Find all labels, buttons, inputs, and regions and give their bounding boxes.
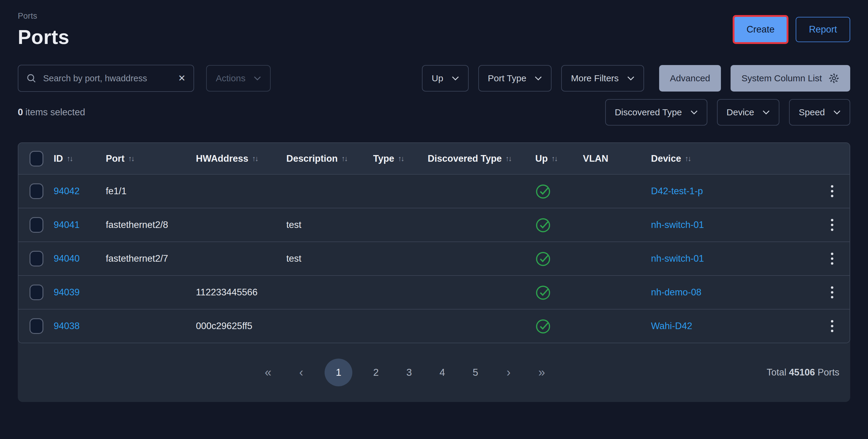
pagination: « ‹ 1 2 3 4 5 › »: [258, 359, 551, 386]
table-row: 94042 fe1/1 D42-test-1-p: [19, 174, 849, 208]
toolbar: ✕ Actions Up Port Type: [18, 65, 850, 92]
row-checkbox[interactable]: [30, 217, 43, 233]
advanced-button[interactable]: Advanced: [659, 65, 721, 92]
speed-filter-dropdown[interactable]: Speed: [789, 99, 850, 126]
next-page-button[interactable]: ›: [499, 359, 518, 386]
port-type-filter-dropdown[interactable]: Port Type: [478, 65, 552, 92]
column-header-id[interactable]: ID↑↓: [54, 153, 106, 164]
up-status-cell: [535, 217, 583, 233]
secondary-filters: Discovered Type Device Speed: [605, 99, 850, 126]
port-type-filter-label: Port Type: [488, 73, 527, 83]
clear-search-icon[interactable]: ✕: [178, 74, 186, 83]
device-filter-dropdown[interactable]: Device: [717, 99, 780, 126]
table-footer: « ‹ 1 2 3 4 5 › » Total 45106 Ports: [18, 343, 850, 401]
sort-icon[interactable]: ↑↓: [341, 154, 347, 163]
page-button-3[interactable]: 3: [399, 359, 418, 386]
create-button[interactable]: Create: [735, 17, 786, 42]
port-id-link[interactable]: 94040: [54, 253, 80, 264]
device-link[interactable]: D42-test-1-p: [651, 186, 703, 197]
up-check-icon: [535, 284, 552, 301]
page-button-1[interactable]: 1: [324, 359, 352, 386]
sort-icon[interactable]: ↑↓: [398, 154, 404, 163]
hwaddress-cell: 112233445566: [196, 287, 286, 298]
page-button-4[interactable]: 4: [433, 359, 452, 386]
page-title: Ports: [18, 26, 69, 48]
table-row: 94039 112233445566 nh-demo-08: [19, 275, 849, 309]
search-icon: [26, 73, 36, 83]
selection-status: 0items selected: [18, 107, 85, 118]
column-header-type[interactable]: Type↑↓: [373, 153, 428, 164]
port-id-link[interactable]: 94042: [54, 186, 80, 197]
row-checkbox[interactable]: [30, 284, 43, 300]
device-link[interactable]: nh-switch-01: [651, 253, 704, 264]
previous-page-button[interactable]: ‹: [291, 359, 311, 386]
last-page-button[interactable]: »: [532, 359, 551, 386]
first-page-button[interactable]: «: [258, 359, 278, 386]
row-checkbox[interactable]: [30, 183, 43, 199]
port-id-link[interactable]: 94041: [54, 220, 80, 230]
column-header-discovered-type[interactable]: Discovered Type↑↓: [428, 153, 535, 164]
sort-icon[interactable]: ↑↓: [685, 154, 690, 163]
row-menu-kebab-icon[interactable]: [829, 183, 835, 199]
hwaddress-cell: 000c29625ff5: [196, 321, 286, 332]
create-button-highlight: Create: [733, 15, 788, 44]
page-header-left: Ports Ports: [18, 11, 69, 48]
table-row: 94040 fastethernet2/7 test nh-switch-01: [19, 241, 849, 275]
table-header-row: ID↑↓ Port↑↓ HWAddress↑↓ Description↑↓ Ty…: [19, 143, 849, 174]
page-button-5[interactable]: 5: [466, 359, 485, 386]
chevron-down-icon: [452, 76, 459, 80]
column-header-device[interactable]: Device↑↓: [651, 153, 817, 164]
up-filter-dropdown[interactable]: Up: [422, 65, 468, 92]
table-row: 94041 fastethernet2/8 test nh-switch-01: [19, 208, 849, 241]
up-status-cell: [535, 183, 583, 199]
search-input[interactable]: [43, 73, 172, 83]
sort-icon[interactable]: ↑↓: [551, 154, 557, 163]
total-count-text: Total 45106 Ports: [767, 367, 839, 378]
speed-filter-label: Speed: [799, 107, 825, 117]
discovered-type-filter-dropdown[interactable]: Discovered Type: [605, 99, 707, 126]
chevron-down-icon: [690, 110, 698, 114]
up-check-icon: [535, 183, 552, 199]
column-header-port[interactable]: Port↑↓: [106, 153, 196, 164]
more-filters-dropdown[interactable]: More Filters: [561, 65, 644, 92]
port-cell: fastethernet2/7: [106, 253, 196, 264]
sort-icon[interactable]: ↑↓: [252, 154, 258, 163]
ports-page: Ports Ports Create Report ✕: [0, 0, 868, 402]
device-link[interactable]: nh-demo-08: [651, 287, 701, 298]
column-header-description[interactable]: Description↑↓: [286, 153, 373, 164]
port-cell: fastethernet2/8: [106, 220, 196, 230]
device-link[interactable]: Wahi-D42: [651, 321, 692, 332]
port-id-link[interactable]: 94039: [54, 287, 80, 298]
port-id-link[interactable]: 94038: [54, 321, 80, 332]
chevron-down-icon: [833, 110, 841, 114]
device-link[interactable]: nh-switch-01: [651, 220, 704, 230]
actions-dropdown[interactable]: Actions: [206, 65, 271, 92]
up-status-cell: [535, 284, 583, 301]
column-header-hwaddress[interactable]: HWAddress↑↓: [196, 153, 286, 164]
breadcrumb[interactable]: Ports: [18, 11, 69, 21]
page-button-2[interactable]: 2: [366, 359, 385, 386]
select-all-checkbox[interactable]: [30, 151, 43, 167]
system-column-list-label: System Column List: [741, 73, 822, 83]
row-menu-kebab-icon[interactable]: [829, 217, 835, 233]
report-button[interactable]: Report: [796, 17, 850, 42]
discovered-type-filter-label: Discovered Type: [615, 107, 682, 117]
row-menu-kebab-icon[interactable]: [829, 251, 835, 267]
ports-table-card: ID↑↓ Port↑↓ HWAddress↑↓ Description↑↓ Ty…: [18, 142, 850, 402]
selection-count: 0: [18, 107, 23, 117]
chevron-down-icon: [763, 110, 770, 114]
column-header-up[interactable]: Up↑↓: [535, 153, 583, 164]
row-menu-kebab-icon[interactable]: [829, 284, 835, 300]
sort-icon[interactable]: ↑↓: [67, 154, 72, 163]
sort-icon[interactable]: ↑↓: [505, 154, 511, 163]
system-column-list-button[interactable]: System Column List: [731, 65, 850, 92]
row-checkbox[interactable]: [30, 251, 43, 267]
toolbar-left: ✕ Actions: [18, 65, 271, 92]
row-menu-kebab-icon[interactable]: [829, 318, 835, 334]
sub-toolbar: 0items selected Discovered Type Device S…: [18, 99, 850, 126]
gear-icon: [829, 73, 839, 84]
actions-dropdown-label: Actions: [216, 73, 245, 83]
sort-icon[interactable]: ↑↓: [128, 154, 134, 163]
device-filter-label: Device: [727, 107, 754, 117]
row-checkbox[interactable]: [30, 318, 43, 334]
